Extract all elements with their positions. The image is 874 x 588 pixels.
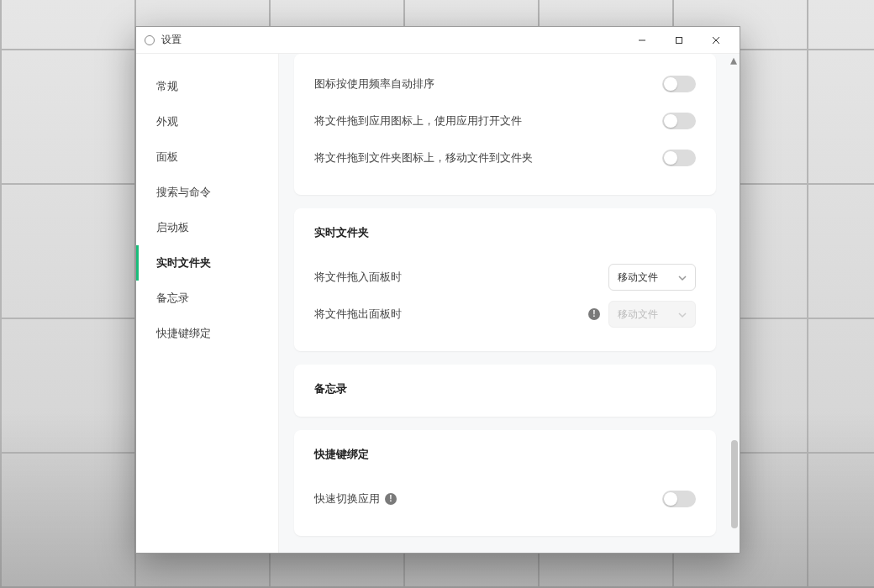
select-drag-out-action: 移动文件 <box>608 301 696 328</box>
card-hotkey: 快捷键绑定 快速切换应用 ! <box>294 430 716 536</box>
chevron-down-icon <box>678 273 687 281</box>
select-drag-in-action[interactable]: 移动文件 <box>608 264 696 291</box>
card-memo: 备忘录 <box>294 365 716 417</box>
toggle-sort-by-freq[interactable] <box>662 76 696 92</box>
scrollbar-thumb[interactable] <box>731 440 738 528</box>
window-title: 设置 <box>161 33 182 47</box>
sidebar-item-label: 实时文件夹 <box>156 255 211 270</box>
app-icon <box>145 35 155 45</box>
sidebar-item-label: 备忘录 <box>156 291 189 306</box>
sidebar-item-panel[interactable]: 面板 <box>136 139 278 175</box>
card-panel-options: 图标按使用频率自动排序 将文件拖到应用图标上，使用应用打开文件 将文件拖到文件夹… <box>294 54 716 195</box>
toggle-quick-switch[interactable] <box>662 491 696 507</box>
scrollbar[interactable] <box>731 59 738 548</box>
info-icon[interactable]: ! <box>385 493 397 505</box>
sidebar-item-memo[interactable]: 备忘录 <box>136 281 278 316</box>
section-title: 快捷键绑定 <box>314 447 696 462</box>
select-value: 移动文件 <box>618 270 658 285</box>
row-drag-in: 将文件拖入面板时 移动文件 <box>314 259 696 296</box>
settings-window: 设置 常规 外观 面板 搜索与命令 启动板 实时文件夹 备忘录 快捷键绑定 ▴ <box>135 26 740 554</box>
info-icon[interactable]: ! <box>588 308 600 320</box>
sidebar-item-general[interactable]: 常规 <box>136 69 278 104</box>
section-title: 备忘录 <box>314 381 696 396</box>
sidebar-item-label: 常规 <box>156 79 178 94</box>
row-drag-move-folder: 将文件拖到文件夹图标上，移动文件到文件夹 <box>314 139 696 176</box>
sidebar-item-label: 启动板 <box>156 220 189 235</box>
sidebar-item-search[interactable]: 搜索与命令 <box>136 175 278 210</box>
content-area: ▴ 图标按使用频率自动排序 将文件拖到应用图标上，使用应用打开文件 将文件拖到文… <box>279 54 740 553</box>
window-body: 常规 外观 面板 搜索与命令 启动板 实时文件夹 备忘录 快捷键绑定 ▴ 图标按… <box>136 54 740 553</box>
sidebar-item-launcher[interactable]: 启动板 <box>136 210 278 245</box>
row-label: 将文件拖入面板时 <box>314 270 402 285</box>
sidebar-item-label: 搜索与命令 <box>156 185 211 200</box>
row-label: 快速切换应用 ! <box>314 491 397 507</box>
row-drag-out: 将文件拖出面板时 ! 移动文件 <box>314 296 696 333</box>
svg-rect-1 <box>677 37 682 43</box>
sidebar-item-label: 面板 <box>156 150 178 165</box>
maximize-button[interactable] <box>661 28 698 53</box>
sidebar-item-label: 快捷键绑定 <box>156 326 211 341</box>
sidebar: 常规 外观 面板 搜索与命令 启动板 实时文件夹 备忘录 快捷键绑定 <box>136 54 279 553</box>
row-drag-open-app: 将文件拖到应用图标上，使用应用打开文件 <box>314 102 696 139</box>
sidebar-item-live-folder[interactable]: 实时文件夹 <box>136 245 278 281</box>
toggle-drag-open-app[interactable] <box>662 113 696 129</box>
close-button[interactable] <box>698 28 734 53</box>
sidebar-item-appearance[interactable]: 外观 <box>136 104 278 139</box>
row-label: 将文件拖出面板时 <box>314 307 402 322</box>
section-title: 实时文件夹 <box>314 225 696 240</box>
minimize-button[interactable] <box>624 28 661 53</box>
select-value: 移动文件 <box>618 307 658 322</box>
row-label: 将文件拖到应用图标上，使用应用打开文件 <box>314 113 522 129</box>
toggle-drag-move-folder[interactable] <box>662 150 696 166</box>
row-label: 将文件拖到文件夹图标上，移动文件到文件夹 <box>314 150 533 165</box>
card-live-folder: 实时文件夹 将文件拖入面板时 移动文件 将文件拖出面板时 ! <box>294 208 716 351</box>
row-label: 图标按使用频率自动排序 <box>314 76 434 92</box>
sidebar-item-label: 外观 <box>156 114 178 129</box>
content-scroll[interactable]: 图标按使用频率自动排序 将文件拖到应用图标上，使用应用打开文件 将文件拖到文件夹… <box>279 54 731 553</box>
sidebar-item-hotkey[interactable]: 快捷键绑定 <box>136 316 278 351</box>
titlebar: 设置 <box>136 27 740 54</box>
row-quick-switch: 快速切换应用 ! <box>314 480 696 517</box>
row-sort-by-freq: 图标按使用频率自动排序 <box>314 66 696 102</box>
chevron-down-icon <box>678 310 687 318</box>
